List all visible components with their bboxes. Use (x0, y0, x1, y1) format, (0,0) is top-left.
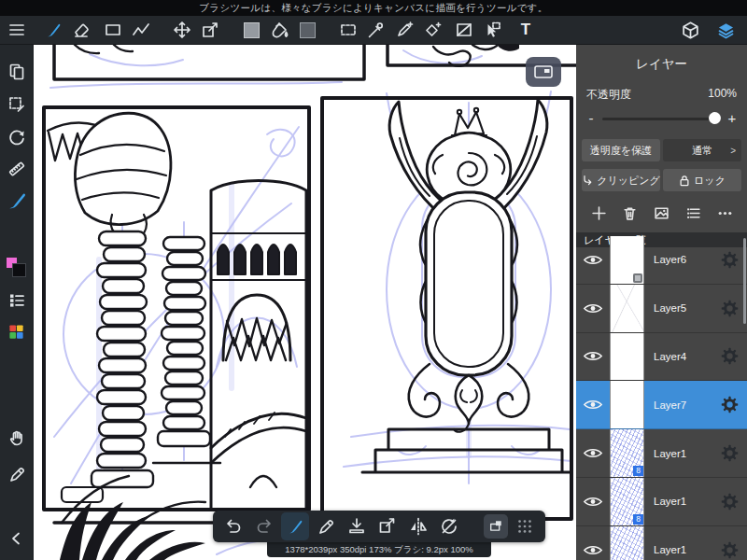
drag-handle-icon[interactable] (511, 512, 539, 540)
canvas-status-text: 1378*2039px 350dpi 173% ブラシ: 9.2px 100% (285, 544, 472, 556)
decoration-pen-icon[interactable] (392, 18, 416, 42)
layer-settings-gear-icon[interactable] (712, 444, 747, 462)
save-icon[interactable] (343, 512, 371, 540)
layer-row[interactable]: Layer4 (576, 333, 747, 382)
menu-icon[interactable] (0, 18, 34, 42)
layer-visibility-eye-icon[interactable] (576, 398, 610, 412)
brush-tool-icon[interactable] (41, 18, 65, 42)
hand-tool-icon[interactable] (3, 424, 31, 452)
layer-visibility-eye-icon[interactable] (576, 253, 610, 267)
rectangle-tool-icon[interactable] (101, 18, 125, 42)
opacity-label: 不透明度 (586, 87, 631, 103)
curve-tool-icon[interactable] (129, 18, 153, 42)
more-options-icon[interactable] (714, 203, 735, 223)
lock-button[interactable]: ロック (663, 169, 741, 191)
material-cube-icon[interactable] (678, 18, 702, 42)
layer-thumbnail[interactable]: 8 (610, 478, 644, 525)
gradient-swatch-icon[interactable] (295, 18, 319, 42)
layer-settings-gear-icon[interactable] (712, 347, 747, 365)
protect-alpha-button[interactable]: 透明度を保護 (582, 139, 660, 161)
opacity-knob[interactable] (709, 112, 721, 124)
layer-list-icon[interactable] (3, 287, 31, 315)
main-toolbar: T (0, 16, 747, 45)
text-tool-label: T (521, 21, 530, 39)
main-color-swatch (12, 263, 26, 277)
flip-horizontal-icon[interactable] (404, 512, 432, 540)
left-tool-sidebar (0, 45, 34, 560)
redo-icon[interactable] (250, 512, 278, 540)
layer-settings-gear-icon[interactable] (712, 541, 747, 559)
layer-row[interactable]: 8 Layer1 (576, 478, 747, 526)
blend-mode-button[interactable]: 通常 > (663, 139, 741, 161)
undo-icon[interactable] (219, 512, 247, 540)
drawing-canvas[interactable] (34, 45, 576, 560)
opacity-plus-button[interactable]: + (725, 108, 740, 129)
layer-thumbnail[interactable] (610, 333, 644, 381)
layer-thumbnail[interactable]: 8 (610, 429, 644, 477)
opacity-track[interactable] (602, 118, 721, 120)
text-tool-icon[interactable]: T (514, 18, 538, 42)
layer-visibility-eye-icon[interactable] (576, 446, 610, 460)
layer-thumbnail[interactable] (610, 285, 644, 332)
layer-name: Layer6 (644, 254, 712, 265)
export-icon[interactable] (374, 512, 402, 540)
eraser-tool-icon[interactable] (69, 18, 93, 42)
layer-row[interactable]: 8 Layer1 (576, 429, 747, 478)
opacity-value: 100% (708, 87, 737, 103)
transform-export-icon[interactable] (198, 18, 222, 42)
layer-visibility-eye-icon[interactable] (576, 349, 610, 363)
layer-settings-gear-icon[interactable] (712, 251, 747, 269)
thumb-indicator-icon (633, 273, 642, 283)
bottom-toolbar (213, 511, 545, 542)
clipping-button[interactable]: クリッピング (582, 169, 660, 191)
layer-thumbnail[interactable] (610, 526, 644, 560)
add-layer-icon[interactable] (588, 203, 609, 223)
eraser-mode-icon[interactable] (312, 512, 340, 540)
layer-settings-gear-icon[interactable] (712, 396, 747, 413)
brush-mode-icon[interactable] (281, 512, 309, 540)
fullscreen-toggle-button[interactable] (484, 514, 508, 539)
color-swatch-icon[interactable] (3, 254, 31, 282)
palette-icon[interactable] (3, 317, 31, 345)
layer-panel-title: レイヤー (576, 45, 747, 73)
layer-row[interactable]: Layer5 (576, 285, 747, 333)
canvas-status-bar: 1378*2039px 350dpi 173% ブラシ: 9.2px 100% (267, 542, 491, 557)
layer-row[interactable]: Layer6 (576, 236, 747, 285)
ruler-icon[interactable] (3, 155, 31, 183)
operation-cursor-icon[interactable] (480, 18, 504, 42)
layer-name: Layer7 (644, 399, 712, 411)
brush-tool-active-icon[interactable] (3, 187, 31, 215)
collapse-arrow-icon[interactable] (3, 525, 31, 553)
layer-name: Layer5 (644, 302, 712, 314)
layer-settings-gear-icon[interactable] (712, 493, 747, 511)
layer-name: Layer1 (644, 448, 712, 459)
select-tool-icon[interactable] (336, 18, 360, 42)
layer-visibility-eye-icon[interactable] (576, 543, 610, 557)
reset-rotation-icon[interactable] (435, 512, 463, 540)
material-diamond-icon[interactable] (420, 18, 444, 42)
layer-visibility-eye-icon[interactable] (576, 495, 610, 509)
opacity-slider: - + (576, 108, 747, 129)
layer-row[interactable]: Layer1 (576, 526, 747, 560)
eyedropper-icon[interactable] (364, 18, 388, 42)
layer-menu-list-icon[interactable] (683, 203, 703, 223)
paint-bucket-icon[interactable] (267, 18, 291, 42)
layer-thumbnail[interactable] (610, 381, 644, 428)
pages-icon[interactable] (3, 58, 31, 86)
opacity-minus-button[interactable]: - (584, 108, 599, 129)
select-area-icon[interactable] (3, 91, 31, 119)
delete-layer-icon[interactable] (620, 203, 641, 223)
panel-divide-icon[interactable] (452, 18, 476, 42)
layer-visibility-eye-icon[interactable] (576, 301, 610, 315)
mini-window-toggle-button[interactable] (526, 57, 561, 87)
layer-row[interactable]: Layer7 (576, 381, 747, 429)
move-tool-icon[interactable] (170, 18, 194, 42)
fill-shape-swatch-icon[interactable] (239, 18, 263, 42)
stylus-pen-icon[interactable] (3, 460, 31, 488)
layers-panel-icon[interactable] (713, 18, 738, 42)
layer-thumbnail[interactable] (610, 236, 644, 284)
import-image-icon[interactable] (652, 203, 672, 223)
layer-list-scrollbar[interactable] (743, 238, 746, 324)
layer-settings-gear-icon[interactable] (712, 300, 747, 317)
rotate-view-icon[interactable] (3, 123, 31, 151)
